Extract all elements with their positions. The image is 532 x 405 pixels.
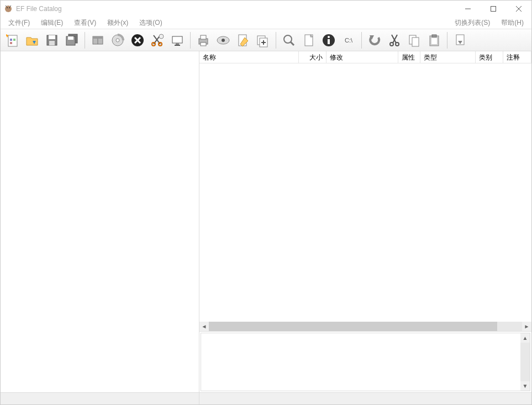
edit-icon	[236, 33, 250, 47]
svg-point-2	[9, 7, 10, 8]
cancel-button[interactable]	[128, 31, 147, 50]
svg-rect-57	[412, 38, 419, 46]
print-button[interactable]	[194, 31, 213, 50]
svg-point-22	[116, 39, 119, 42]
preview-button[interactable]	[214, 31, 233, 50]
scroll-thumb[interactable]	[209, 322, 497, 331]
screen-button[interactable]	[168, 31, 187, 50]
menu-switch-list[interactable]: 切换列表(S)	[449, 17, 496, 29]
open-folder-icon	[25, 33, 39, 47]
disc-button[interactable]	[108, 31, 127, 50]
scroll-vtrack[interactable]	[520, 343, 530, 381]
svg-rect-11	[10, 42, 12, 44]
save-icon	[45, 33, 59, 47]
right-pane: 名称 大小 修改 属性 类型 类别 注释 ◄ ► ▲ ▼	[199, 51, 531, 392]
svg-rect-9	[10, 39, 12, 41]
toolbar-separator	[85, 32, 85, 49]
list-header: 名称 大小 修改 属性 类型 类别 注释	[199, 51, 531, 63]
search-icon	[282, 33, 296, 47]
column-category[interactable]: 类别	[476, 51, 503, 63]
svg-rect-4	[491, 7, 496, 12]
paste-button[interactable]	[425, 31, 444, 50]
add-folder-icon	[256, 33, 270, 47]
svg-rect-60	[431, 38, 437, 44]
add-folder-button[interactable]	[254, 31, 272, 50]
status-cell-right	[199, 393, 531, 404]
scroll-track[interactable]	[209, 322, 522, 331]
svg-rect-59	[432, 35, 436, 37]
page-button[interactable]	[299, 31, 318, 50]
horizontal-scrollbar[interactable]: ◄ ►	[199, 322, 531, 331]
svg-rect-10	[13, 39, 15, 41]
svg-rect-14	[49, 41, 55, 45]
scroll-down-icon[interactable]: ▼	[520, 381, 530, 391]
app-icon	[4, 4, 13, 13]
details-pane[interactable]: ▲ ▼	[201, 333, 530, 391]
archive-button[interactable]	[88, 31, 107, 50]
cancel-icon	[130, 33, 145, 47]
screen-icon	[170, 33, 185, 47]
info-button[interactable]	[319, 31, 338, 50]
svg-rect-17	[68, 36, 73, 40]
window-title: EF File Catalog	[16, 5, 455, 13]
undo-button[interactable]	[365, 31, 384, 50]
copy-button[interactable]	[405, 31, 424, 50]
save-all-button[interactable]	[62, 31, 81, 50]
svg-rect-35	[201, 35, 206, 39]
vertical-scrollbar[interactable]: ▲ ▼	[520, 333, 530, 391]
edit-button[interactable]	[234, 31, 252, 50]
toolbar-separator	[190, 32, 191, 49]
toolbar-separator	[361, 32, 362, 49]
page-icon	[302, 33, 316, 47]
download-icon	[453, 33, 467, 47]
menu-help[interactable]: 帮助(H)	[496, 17, 529, 29]
svg-rect-7	[8, 35, 17, 46]
svg-point-30	[159, 34, 164, 39]
archive-icon	[91, 33, 105, 47]
paste-icon	[427, 33, 441, 47]
scissors-icon	[387, 33, 402, 47]
menu-view[interactable]: 查看(V)	[69, 17, 102, 29]
column-size[interactable]: 大小	[299, 51, 326, 63]
path-button[interactable]: C:\	[339, 31, 358, 50]
list-body[interactable]	[199, 63, 531, 322]
column-type[interactable]: 类型	[420, 51, 476, 63]
maximize-button[interactable]	[481, 1, 506, 17]
tree-pane[interactable]	[1, 51, 199, 392]
svg-point-38	[222, 39, 225, 42]
print-icon	[196, 33, 210, 47]
svg-marker-8	[6, 34, 8, 38]
download-button[interactable]	[451, 31, 470, 50]
scroll-right-icon[interactable]: ►	[522, 322, 531, 331]
title-bar: EF File Catalog	[1, 1, 531, 17]
save-button[interactable]	[43, 31, 61, 50]
save-all-icon	[65, 33, 79, 47]
scissors-button[interactable]	[385, 31, 404, 50]
minimize-button[interactable]	[455, 1, 481, 17]
new-catalog-button[interactable]	[3, 31, 22, 50]
svg-rect-36	[201, 42, 206, 46]
column-modify[interactable]: 修改	[326, 51, 398, 63]
menu-options[interactable]: 选项(O)	[134, 17, 167, 29]
svg-point-55	[396, 42, 399, 46]
menu-file[interactable]: 文件(F)	[3, 17, 35, 29]
toolbar: C:\	[1, 29, 531, 51]
svg-rect-32	[176, 43, 179, 45]
disc-icon	[110, 33, 125, 47]
open-folder-button[interactable]	[23, 31, 41, 50]
close-button[interactable]	[506, 1, 531, 17]
svg-rect-19	[93, 36, 103, 39]
column-name[interactable]: 名称	[199, 51, 299, 63]
scroll-up-icon[interactable]: ▲	[520, 333, 530, 343]
svg-rect-50	[328, 39, 330, 44]
svg-point-44	[284, 35, 292, 43]
menu-extra[interactable]: 额外(x)	[102, 17, 134, 29]
scroll-left-icon[interactable]: ◄	[199, 322, 209, 331]
column-attr[interactable]: 属性	[398, 51, 420, 63]
window-controls	[455, 1, 531, 17]
search-button[interactable]	[280, 31, 298, 50]
cut-button[interactable]	[148, 31, 167, 50]
menu-edit[interactable]: 编辑(E)	[35, 17, 69, 29]
main-area: 名称 大小 修改 属性 类型 类别 注释 ◄ ► ▲ ▼	[1, 51, 531, 392]
column-note[interactable]: 注释	[503, 51, 531, 63]
